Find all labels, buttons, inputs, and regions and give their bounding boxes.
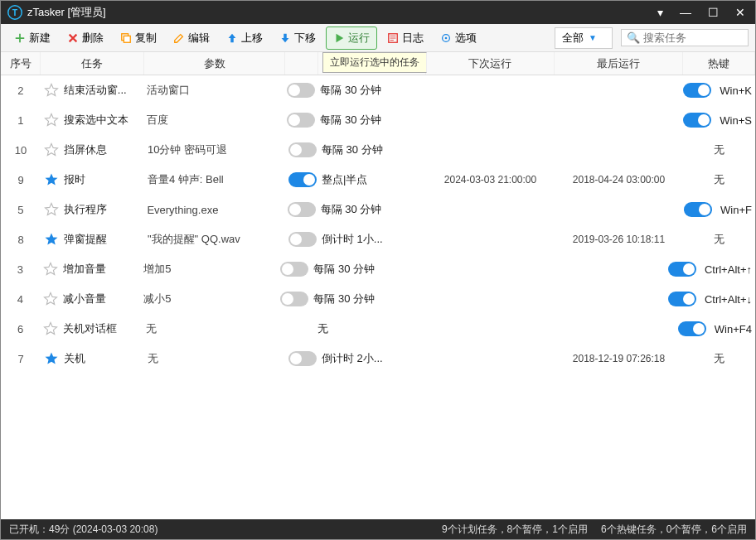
enable-toggle[interactable] <box>288 142 317 157</box>
star-icon[interactable] <box>44 202 59 217</box>
task-param: 活动窗口 <box>143 83 284 98</box>
hotkey-toggle[interactable] <box>678 321 706 336</box>
maximize-icon[interactable]: ☐ <box>705 6 722 19</box>
task-name: 报时 <box>64 172 85 187</box>
hotkey-toggle[interactable] <box>684 202 712 217</box>
last-run: 2018-12-19 07:26:18 <box>555 353 683 364</box>
enable-toggle[interactable] <box>280 262 308 277</box>
filter-dropdown[interactable]: 全部 ▼ <box>555 27 613 49</box>
star-icon[interactable] <box>43 262 58 277</box>
options-button[interactable]: 选项 <box>434 27 483 49</box>
task-name: 执行程序 <box>64 202 107 217</box>
moveup-button[interactable]: 上移 <box>220 27 269 49</box>
plus-icon <box>14 32 26 44</box>
star-icon[interactable] <box>44 113 59 128</box>
hotkey-toggle[interactable] <box>683 113 711 128</box>
list-icon <box>387 32 399 44</box>
hotkey-label: 无 <box>714 172 724 187</box>
enable-toggle[interactable] <box>288 172 317 187</box>
statusbar: 已开机：49分 (2024-03-03 20:08) 9个计划任务，8个暂停，1… <box>1 519 755 539</box>
col-last-header[interactable]: 最后运行 <box>555 52 683 75</box>
run-label: 运行 <box>348 31 370 46</box>
col-task-header[interactable]: 任务 <box>41 52 144 75</box>
row-num: 5 <box>1 204 41 216</box>
moveup-label: 上移 <box>241 31 263 46</box>
play-icon <box>333 32 345 44</box>
delete-button[interactable]: 删除 <box>61 27 110 49</box>
star-icon[interactable] <box>44 83 59 98</box>
table-row[interactable]: 2结束活动窗...活动窗口每隔 30 分钟Win+K <box>1 75 755 105</box>
hotkey-label: Win+F <box>720 204 752 216</box>
edit-button[interactable]: 编辑 <box>167 27 216 49</box>
movedown-button[interactable]: 下移 <box>273 27 322 49</box>
schedule-text: 每隔 30 分钟 <box>320 113 381 128</box>
x-icon <box>67 32 79 44</box>
star-icon[interactable] <box>44 172 59 187</box>
schedule-text: 每隔 30 分钟 <box>322 142 383 157</box>
edit-label: 编辑 <box>188 31 210 46</box>
task-name: 弹窗提醒 <box>64 232 107 247</box>
schedule-text: 每隔 30 分钟 <box>313 292 375 306</box>
table-row[interactable]: 6关机对话框无无Win+F4 <box>1 314 755 344</box>
task-param: 无 <box>143 321 282 336</box>
row-num: 1 <box>1 114 41 127</box>
row-num: 8 <box>1 234 41 246</box>
window-controls: ▾ — ☐ ✕ <box>654 6 749 19</box>
app-icon: T <box>7 5 22 20</box>
new-button[interactable]: 新建 <box>7 27 57 49</box>
last-run: 2019-03-26 10:18:11 <box>555 234 683 245</box>
hotkey-label: 无 <box>714 142 724 157</box>
hotkey-toggle[interactable] <box>668 292 696 306</box>
table-row[interactable]: 4减小音量减小5每隔 30 分钟Ctrl+Alt+↓ <box>1 284 755 314</box>
search-box[interactable]: 🔍 <box>621 29 749 46</box>
table-row[interactable]: 7关机无倒计时 2小...2018-12-19 07:26:18无 <box>1 344 755 374</box>
run-button[interactable]: 运行 <box>326 27 377 50</box>
table-row[interactable]: 8弹窗提醒"我的提醒" QQ.wav倒计时 1小...2019-03-26 10… <box>1 224 755 254</box>
star-icon[interactable] <box>44 232 59 247</box>
gear-icon <box>440 32 452 44</box>
close-icon[interactable]: ✕ <box>732 6 749 19</box>
hotkey-toggle[interactable] <box>668 262 696 277</box>
table-row[interactable]: 5执行程序Everything.exe每隔 30 分钟Win+F <box>1 195 755 224</box>
hotkey-toggle[interactable] <box>683 83 711 98</box>
star-icon[interactable] <box>43 292 58 306</box>
enable-toggle[interactable] <box>287 113 315 128</box>
enable-toggle[interactable] <box>287 83 315 98</box>
star-icon[interactable] <box>44 351 59 366</box>
enable-toggle[interactable] <box>288 202 316 217</box>
col-num-header[interactable]: 序号 <box>1 52 41 75</box>
search-input[interactable] <box>643 31 743 44</box>
dropdown-icon[interactable]: ▾ <box>654 6 666 19</box>
schedule-text: 每隔 30 分钟 <box>320 83 381 98</box>
titlebar[interactable]: T zTasker [管理员] ▾ — ☐ ✕ <box>1 1 755 24</box>
log-button[interactable]: 日志 <box>380 27 430 49</box>
task-param: 10分钟 密码可退 <box>144 142 285 157</box>
enable-toggle[interactable] <box>288 351 317 366</box>
star-icon[interactable] <box>43 321 58 336</box>
pencil-icon <box>173 32 185 44</box>
table-row[interactable]: 3增加音量增加5每隔 30 分钟Ctrl+Alt+↑ <box>1 254 755 284</box>
col-param-header[interactable]: 参数 <box>144 52 285 75</box>
table-body: 2结束活动窗...活动窗口每隔 30 分钟Win+K1搜索选中文本百度每隔 30… <box>1 75 755 519</box>
filter-value: 全部 <box>562 31 584 46</box>
chevron-down-icon: ▼ <box>589 33 597 42</box>
row-num: 3 <box>1 263 40 276</box>
col-hotkey-header[interactable]: 热键 <box>683 52 755 75</box>
table-row[interactable]: 9报时音量4 钟声: Bell整点|半点2024-03-03 21:00:002… <box>1 165 755 195</box>
enable-toggle[interactable] <box>280 292 308 306</box>
copy-button[interactable]: 复制 <box>114 27 163 49</box>
task-param: 百度 <box>143 113 284 128</box>
star-icon[interactable] <box>44 142 59 157</box>
task-name: 结束活动窗... <box>64 83 127 98</box>
delete-label: 删除 <box>82 31 104 46</box>
task-name: 关机对话框 <box>63 321 117 336</box>
task-param: Everything.exe <box>143 204 284 216</box>
table-row[interactable]: 1搜索选中文本百度每隔 30 分钟Win+S <box>1 105 755 135</box>
enable-toggle[interactable] <box>288 232 317 247</box>
copy-icon <box>120 32 132 44</box>
row-num: 7 <box>1 353 41 365</box>
table-row[interactable]: 10挡屏休息10分钟 密码可退每隔 30 分钟无 <box>1 135 755 165</box>
col-next-header[interactable]: 下次运行 <box>426 52 555 75</box>
hotkey-label: Ctrl+Alt+↑ <box>705 263 752 276</box>
minimize-icon[interactable]: — <box>676 6 695 19</box>
